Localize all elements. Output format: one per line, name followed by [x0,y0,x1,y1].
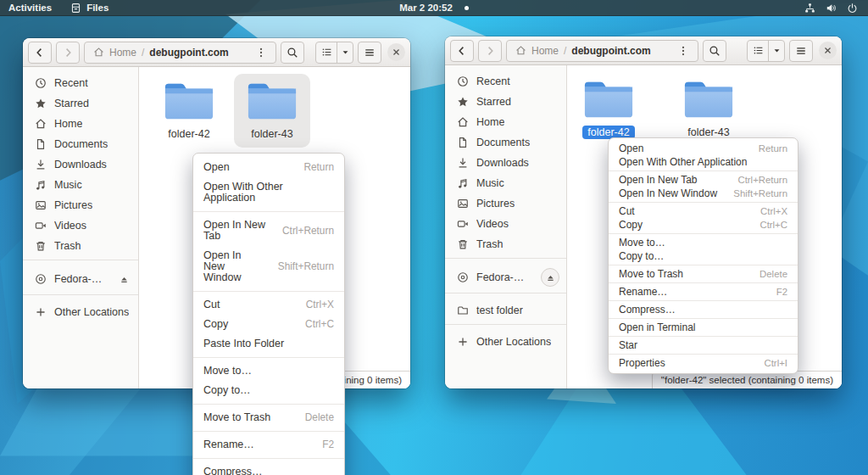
menu-item[interactable]: Rename… F2 [193,435,344,459]
forward-button[interactable] [56,42,80,64]
sidebar-item-icon [457,305,469,316]
sidebar-item-icon [457,271,469,283]
sidebar-item[interactable]: Home [23,114,138,134]
eject-button[interactable] [116,271,131,287]
menu-item[interactable]: Cut Ctrl+X [193,295,344,315]
path-bar[interactable]: Home / debugpoint.com [506,40,698,62]
sidebar-item[interactable]: Downloads [23,154,138,175]
view-dropdown-icon[interactable] [768,41,784,61]
menu-item[interactable]: Open Return [193,158,344,177]
sidebar-item-label: Videos [54,220,86,232]
menu-item-shortcut: Ctrl+C [305,319,334,330]
menu-item[interactable]: Open Return [609,142,798,155]
path-root[interactable]: Home [531,45,559,57]
menu-item[interactable]: Move to… [609,236,798,249]
file-item[interactable]: folder-43 [670,72,747,146]
menu-item[interactable]: Star [609,338,798,355]
sidebar-item[interactable]: Starred [23,93,138,114]
menu-item[interactable]: Open in Terminal [609,321,798,337]
menu-item[interactable]: Move to… [193,361,344,381]
sidebar-item[interactable]: Recent [445,71,566,92]
sidebar-item[interactable]: Fedora-WS-L… [445,265,566,293]
menu-item[interactable]: Open With Other Application [609,155,798,171]
menu-item[interactable]: Move to Trash Delete [609,267,798,283]
sidebar-item[interactable]: Pictures [445,193,566,214]
eject-icon [120,275,129,284]
menu-item[interactable]: Copy Ctrl+C [609,218,798,234]
menu-item[interactable]: Compress… [609,303,798,319]
power-icon[interactable] [847,3,858,14]
menu-item[interactable]: Open With Other Application [193,177,344,212]
path-root[interactable]: Home [109,47,136,59]
menu-item[interactable]: Rename… F2 [609,285,798,301]
path-bar[interactable]: Home / debugpoint.com [84,42,276,64]
menu-item[interactable]: Compress… [193,462,344,475]
file-item[interactable]: folder-42 [570,72,647,146]
network-icon[interactable] [804,3,815,14]
hamburger-menu-button[interactable] [789,40,813,62]
menu-item[interactable]: Properties Ctrl+I [609,356,798,370]
clock[interactable]: Mar 2 20:52 [399,3,453,13]
sidebar-item-label: Documents [54,138,108,150]
menu-item-label: Open In New Tab [203,220,269,242]
search-button[interactable] [703,40,726,62]
sidebar-item[interactable]: Home [445,112,566,132]
menu-item[interactable]: Copy Ctrl+C [193,315,344,334]
sidebar-item[interactable]: Music [445,173,566,193]
menu-item-label: Copy to… [203,385,251,396]
hamburger-menu-button[interactable] [358,42,381,64]
sidebar-item-label: Home [476,116,504,128]
file-item[interactable]: folder-43 [234,74,310,148]
sidebar-item[interactable]: Starred [445,92,566,112]
sidebar-item[interactable]: Fedora-WS-Li… [23,267,138,295]
sidebar-item[interactable]: Trash [445,234,566,259]
view-toggle[interactable] [315,42,353,64]
list-view-icon[interactable] [316,42,337,63]
list-view-icon[interactable] [748,41,768,61]
menu-item[interactable]: Copy to… [609,249,798,265]
sidebar-item[interactable]: Downloads [445,153,566,173]
eject-button[interactable] [541,268,559,287]
sidebar-item[interactable]: Pictures [23,195,138,215]
back-button[interactable] [450,40,474,62]
close-button[interactable] [387,43,405,61]
close-button[interactable] [819,42,837,59]
sidebar-item[interactable]: Videos [23,215,138,236]
menu-item-shortcut: Shift+Return [733,187,787,199]
menu-item[interactable]: Open In New Window Shift+Return [193,246,344,292]
sidebar-item-icon [457,177,469,189]
menu-item[interactable]: Open In New Tab Ctrl+Return [193,215,344,246]
sidebar-item[interactable]: Recent [23,73,138,93]
sidebar-item[interactable]: Documents [23,134,138,154]
path-current[interactable]: debugpoint.com [571,45,650,57]
path-current[interactable]: debugpoint.com [149,47,228,59]
menu-item-label: Open In New Tab [619,174,698,186]
sidebar-item[interactable]: Other Locations [23,302,138,322]
sidebar-item[interactable]: test folder [445,300,566,325]
path-menu-icon[interactable] [677,45,689,57]
back-button[interactable] [28,42,52,64]
activities-button[interactable]: Activities [8,3,52,13]
app-menu[interactable]: Files [70,3,108,14]
sidebar-item[interactable]: Documents [445,132,566,153]
view-dropdown-icon[interactable] [337,42,353,63]
file-item[interactable]: folder-42 [151,74,227,148]
sidebar-item-label: Starred [476,96,511,108]
search-button[interactable] [281,42,304,64]
menu-item[interactable]: Move to Trash Delete [193,408,344,432]
path-menu-icon[interactable] [255,47,267,59]
menu-item[interactable]: Cut Ctrl+X [609,204,798,218]
menu-item[interactable]: Copy to… [193,381,344,405]
volume-icon[interactable] [826,3,837,14]
menu-item[interactable]: Open In New Tab Ctrl+Return [609,173,798,187]
sidebar-item[interactable]: Other Locations [445,332,566,352]
sidebar-item-icon [457,336,469,348]
forward-button[interactable] [478,40,502,62]
view-toggle[interactable] [747,40,785,62]
sidebar-item[interactable]: Videos [445,214,566,234]
menu-item[interactable]: Open In New Window Shift+Return [609,187,798,203]
menu-item[interactable]: Paste Into Folder [193,334,344,358]
sidebar-item[interactable]: Music [23,175,138,195]
sidebar-item[interactable]: Trash [23,236,138,260]
menu-item-shortcut: F2 [322,439,334,450]
